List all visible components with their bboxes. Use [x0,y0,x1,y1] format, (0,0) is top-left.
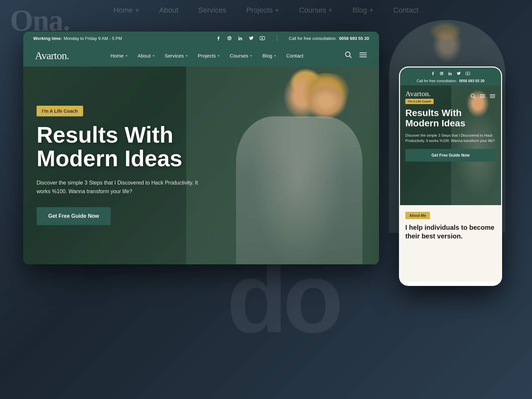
mobile-logo-block: Avarton. I'm A Life Coach [405,89,434,104]
hero-title-line1: Results With [37,122,173,147]
mobile-header-row: Avarton. I'm A Life Coach [400,85,501,108]
mobile-hero-title: Results With Modern Ideas [405,108,496,129]
nav-about[interactable]: About + [138,53,155,59]
main-header: Avarton. Home + About + Services + Proje… [23,45,379,66]
bg-nav-contact: Contact [393,6,419,15]
hero-title-line2: Modern Ideas [37,146,182,171]
hero-cta-button[interactable]: Get Free Guide Now [37,207,111,225]
twitter-icon[interactable] [248,35,254,41]
mobile-hero-content: Results With Modern Ideas Discover the s… [400,108,501,162]
svg-rect-3 [238,38,239,40]
mobile-facebook-icon[interactable] [431,71,435,77]
topbar: Working time: Monday to Friday 9 AM - 5 … [23,32,379,45]
topbar-social-icons: Call for free consultation: 0056 693 55 … [215,35,369,42]
mobile-hero-badge: I'm A Life Coach [405,99,434,104]
bg-nav-home: Home + [113,6,139,15]
mobile-hamburger-icon[interactable] [489,93,496,100]
mobile-hero-description: Discover the simple 3 Steps that I Disco… [405,133,496,144]
menu-icon[interactable] [359,51,367,60]
svg-point-8 [441,73,442,74]
working-time-value: Monday to Friday 9 AM - 5 PM [64,36,122,41]
youtube-icon[interactable] [259,35,265,41]
mobile-youtube-icon[interactable] [466,71,470,77]
mobile-nav-icons [470,93,496,100]
nav-blog[interactable]: Blog + [262,53,276,59]
hero-badge: I'm A Life Coach [37,106,83,116]
search-icon[interactable] [345,51,352,60]
about-title: I help individuals to become their best … [405,223,496,240]
mobile-instagram-icon[interactable] [440,71,444,77]
about-badge: About Me [405,212,430,219]
main-navigation: Home + About + Services + Projects + Cou… [110,53,304,59]
nav-projects[interactable]: Projects + [198,53,220,59]
svg-point-9 [442,72,443,73]
site-logo[interactable]: Avarton. [35,50,69,62]
desktop-mockup: Working time: Monday to Friday 9 AM - 5 … [23,32,379,264]
mobile-search-icon[interactable] [470,93,476,100]
hero-description: Discover the simple 3 Steps that I Disco… [37,179,203,196]
instagram-icon[interactable] [226,35,232,41]
bg-nav-projects: Projects + [246,6,279,15]
svg-rect-10 [449,73,449,75]
consultation-label: Call for free consultation: [289,36,337,41]
svg-point-4 [238,36,239,37]
mobile-mockup: Call for free consultation: 0056 693 55 … [399,66,502,286]
topbar-consultation: Call for free consultation: 0056 693 55 … [289,36,369,41]
svg-point-6 [345,52,350,57]
hero-title: Results With Modern Ideas [37,123,203,171]
bg-nav-about: About [159,6,179,15]
consultation-number: 0056 693 55 20 [339,36,369,41]
mobile-topbar: Call for free consultation: 0056 693 55 … [400,67,501,85]
mobile-hero: Avarton. I'm A Life Coach [400,85,501,205]
mobile-consultation: Call for free consultation: 0056 693 55 … [405,79,496,83]
topbar-divider [277,35,277,42]
header-action-icons [345,51,367,60]
mobile-linkedin-icon[interactable] [448,71,452,77]
mobile-menu-lines-icon[interactable] [479,93,486,100]
topbar-working-time: Working time: Monday to Friday 9 AM - 5 … [33,36,122,41]
svg-point-1 [228,38,230,39]
bg-nav-courses: Courses + [299,6,332,15]
mobile-about-section: About Me I help individuals to become th… [400,205,501,282]
facebook-icon[interactable] [215,35,221,41]
svg-point-13 [471,94,474,97]
svg-point-11 [449,72,449,72]
mobile-twitter-icon[interactable] [457,71,461,77]
bg-nav-services: Services [198,6,226,15]
bg-nav-blog: Blog + [352,6,373,15]
nav-courses[interactable]: Courses + [230,53,252,59]
hero-content: I'm A Life Coach Results With Modern Ide… [23,106,216,225]
working-time-label: Working time: [33,36,62,41]
nav-home[interactable]: Home + [110,53,128,59]
nav-services[interactable]: Services + [165,53,188,59]
svg-point-2 [230,37,230,37]
mobile-logo[interactable]: Avarton. [405,89,434,98]
bg-navigation: Home + About Services Projects + Courses… [113,6,419,15]
nav-contact[interactable]: Contact [286,53,304,59]
linkedin-icon[interactable] [237,35,243,41]
hero-section: I'm A Life Coach Results With Modern Ide… [23,66,379,264]
mobile-social-icons [405,71,496,77]
mobile-cta-button[interactable]: Get Free Guide Now [405,149,496,162]
